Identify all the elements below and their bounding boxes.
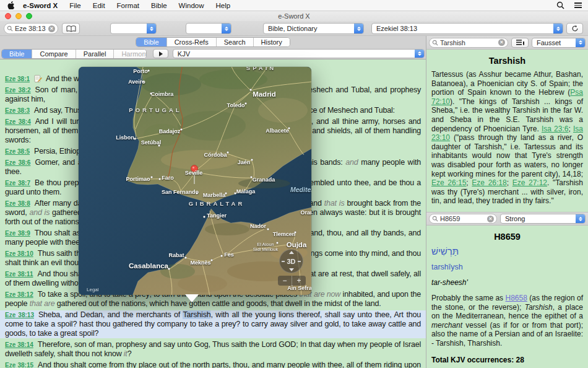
verse-eze-38-13[interactable]: Eze 38:13Sheba, and Dedan, and the merch… <box>0 310 426 338</box>
city-dot <box>251 177 253 178</box>
search-icon <box>7 25 13 32</box>
verse-picker-dropdown[interactable]: Ezekiel 38:13 <box>371 23 563 34</box>
view-tab-harmony[interactable]: Harmony <box>114 50 147 58</box>
city-dot <box>204 216 205 218</box>
play-audio-button[interactable] <box>153 49 168 58</box>
verse-eze-38-15[interactable]: Eze 38:15And thou shalt come from thy pl… <box>0 361 426 368</box>
refresh-button[interactable] <box>566 23 583 34</box>
menu-window[interactable]: Window <box>179 2 204 9</box>
dictionary2-toolbar: H8659 × Strong <box>426 212 588 226</box>
map-label-lisbon: Lisbon <box>116 134 134 141</box>
map-label-faro: Faro <box>162 175 174 181</box>
verse-ref-link[interactable]: Eze 38:14 <box>5 341 33 348</box>
menu-format[interactable]: Format <box>117 2 139 9</box>
menu-bible[interactable]: Bible <box>151 2 167 9</box>
reference-link[interactable]: H8658 <box>505 294 527 302</box>
verse-ref-link[interactable]: Eze 38:2 <box>5 87 31 94</box>
city-dot <box>159 178 161 180</box>
menu-file[interactable]: File <box>69 2 81 9</box>
view-tab-compare[interactable]: Compare <box>32 50 76 58</box>
dictionary2-module-dropdown[interactable]: Strong <box>500 214 586 224</box>
verse-ref-link[interactable]: Eze 38:10 <box>5 250 33 257</box>
verse-ref-link[interactable]: Eze 38:12 <box>5 291 33 298</box>
zoom-out-button[interactable]: − <box>278 276 292 286</box>
popover-arrow <box>185 294 199 302</box>
verse-ref-link[interactable]: Eze 38:11 <box>5 271 33 278</box>
clear-search-icon[interactable]: × <box>498 39 505 46</box>
reference-link[interactable]: Eze 26:18 <box>472 178 506 187</box>
dictionary-list-button[interactable] <box>511 38 529 48</box>
clear-search-icon[interactable]: × <box>487 216 494 222</box>
verse-ref-link[interactable]: Eze 38:4 <box>5 118 31 125</box>
kjv-occurrences: Total KJV occurrences: 28 <box>431 356 583 364</box>
text-run: ; <box>507 178 512 187</box>
reference-link[interactable]: Eze 27:12 <box>512 178 547 187</box>
tab-search[interactable]: Search <box>217 38 254 46</box>
map-3d-control[interactable]: 3D <box>279 249 303 273</box>
map-legal-link[interactable]: Legal <box>87 287 99 292</box>
tab-history[interactable]: History <box>254 38 290 46</box>
city-dot <box>225 193 227 195</box>
apple-menu-icon[interactable] <box>6 1 14 9</box>
text-run: merchant <box>431 321 462 330</box>
map-label-mekn-s: Meknès <box>190 260 210 266</box>
view-tab-parallel[interactable]: Parallel <box>76 50 115 58</box>
tab-cross-refs[interactable]: Cross-Refs <box>167 38 217 46</box>
list-icon[interactable] <box>574 2 582 8</box>
map-canvas[interactable]: SPAINPORTUGALGIBRALTARMadridCasablancaOu… <box>79 67 311 295</box>
dictionary1-search-input[interactable]: Tarshish × <box>429 38 508 48</box>
verse-ref-link[interactable]: Eze 38:5 <box>5 148 30 155</box>
e-sword-window: e-Sword X File Edit Format Bible Window … <box>0 0 588 368</box>
city-dot <box>235 193 236 195</box>
dictionary2-search-input[interactable]: H8659 × <box>429 214 497 224</box>
reference-link[interactable]: Isa 23:6 <box>542 125 569 133</box>
map-zoom-control: − + <box>278 276 306 286</box>
main-toolbar: Eze 38:13 × Bible, Dictionary Ezekiel 38… <box>0 21 588 36</box>
city-dot <box>168 268 170 270</box>
text-run: and is <box>29 208 50 217</box>
empty-dropdown-2[interactable] <box>186 23 231 34</box>
verse-ref-link[interactable]: Eze 38:8 <box>5 200 30 207</box>
view-tabs: BibleCompareParallelHarmony <box>1 49 147 59</box>
translation-dropdown[interactable]: KJV <box>173 49 425 58</box>
dictionary1-module-dropdown[interactable]: Fausset <box>532 38 586 48</box>
tab-bible[interactable]: Bible <box>136 38 166 46</box>
dictionary1-toolbar: Tarshish × Fausset <box>426 36 588 50</box>
stepper-icon <box>415 50 424 58</box>
verse-ref-link[interactable]: Eze 38:3 <box>5 107 30 114</box>
hebrew-word[interactable]: תַּרְשִׁישׁ <box>431 246 583 256</box>
tarshish-map-popover[interactable]: SPAINPORTUGALGIBRALTARMadridCasablancaOu… <box>79 67 311 295</box>
reference-link[interactable]: Eze 26:15 <box>431 178 466 187</box>
verse-ref-link[interactable]: Eze 38:6 <box>5 159 30 166</box>
search-icon[interactable] <box>556 1 564 9</box>
stepper-icon <box>222 24 231 33</box>
stepper-icon <box>576 38 585 47</box>
text-run: Therefore, son of man, prophesy and say … <box>5 340 421 358</box>
open-book-icon <box>66 25 76 32</box>
verse-eze-38-14[interactable]: Eze 38:14Therefore, son of man, prophesy… <box>0 340 426 359</box>
entry-list-icon <box>516 40 524 45</box>
text-run: that are <box>30 299 55 308</box>
menu-edit[interactable]: Edit <box>93 2 105 9</box>
map-label-badajoz: Badajoz <box>159 128 181 134</box>
clear-search-icon[interactable]: × <box>48 25 55 32</box>
menu-app[interactable]: e-Sword X <box>23 2 58 9</box>
map-label-fes: Fes <box>224 252 234 258</box>
rotate-left-icon <box>282 261 285 262</box>
menu-help[interactable]: Help <box>216 2 231 9</box>
selected-word[interactable]: Tarshish <box>183 310 210 319</box>
transliteration: tarshîysh <box>431 263 583 271</box>
city-dot <box>185 257 187 259</box>
verse-search-input[interactable]: Eze 38:13 × <box>4 23 58 34</box>
zoom-in-button[interactable]: + <box>292 276 306 286</box>
verse-note-icon[interactable] <box>34 75 42 82</box>
verse-ref-link[interactable]: Eze 38:7 <box>5 180 30 186</box>
verse-ref-link[interactable]: Eze 38:9 <box>5 230 30 237</box>
verse-ref-link[interactable]: Eze 38:15 <box>5 362 33 368</box>
verse-ref-link[interactable]: Eze 38:1 <box>5 76 30 82</box>
bible-book-button[interactable] <box>62 23 80 34</box>
verse-ref-link[interactable]: Eze 38:13 <box>5 312 34 318</box>
view-tab-bible[interactable]: Bible <box>2 50 32 58</box>
lookup-scope-dropdown[interactable]: Bible, Dictionary <box>263 23 364 34</box>
empty-dropdown-1[interactable] <box>110 23 157 34</box>
